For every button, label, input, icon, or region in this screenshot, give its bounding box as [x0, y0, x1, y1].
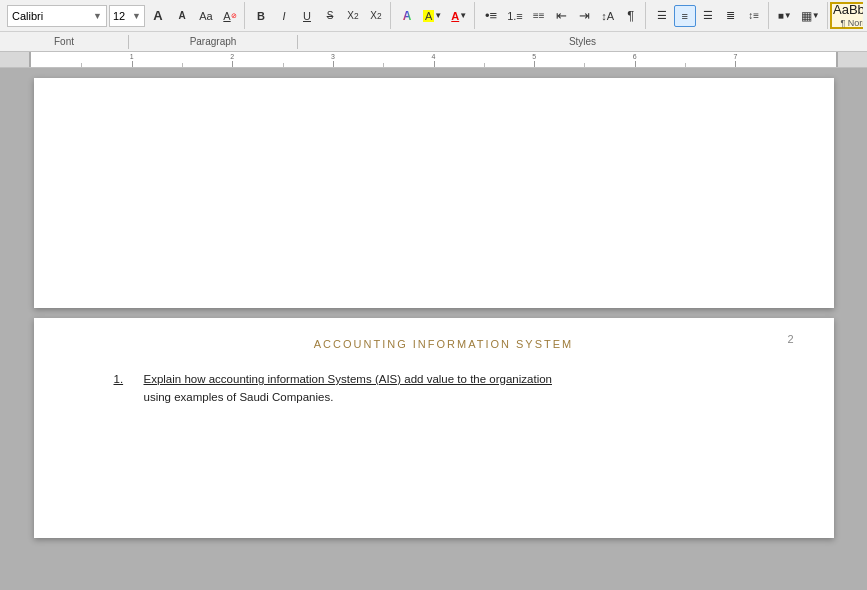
bullets-button[interactable]: •≡ [480, 5, 502, 27]
multilevel-list-button[interactable]: ≡≡ [528, 5, 550, 27]
list-item-1: 1. Explain how accounting information Sy… [114, 370, 794, 407]
page-number: 2 [787, 333, 793, 345]
show-marks-button[interactable]: ¶ [620, 5, 642, 27]
clear-format-button[interactable]: A⊘ [219, 5, 241, 27]
decrease-indent-button[interactable]: ⇤ [551, 5, 573, 27]
numbering-button[interactable]: 1.≡ [503, 5, 527, 27]
decrease-font-button[interactable]: A [171, 5, 193, 27]
ruler: 1 2 3 4 5 6 7 [0, 52, 867, 68]
text-effects-button[interactable]: A [396, 5, 418, 27]
page-1 [34, 78, 834, 308]
increase-font-button[interactable]: A [147, 5, 169, 27]
page-2: 2 ACCOUNTING INFORMATION SYSTEM 1. Expla… [34, 318, 834, 538]
section-paragraph-label: Paragraph [133, 36, 293, 47]
borders-button[interactable]: ▦▼ [797, 5, 824, 27]
strikethrough-button[interactable]: S [319, 5, 341, 27]
justify-button[interactable]: ≣ [720, 5, 742, 27]
line-spacing-button[interactable]: ↕≡ [743, 5, 765, 27]
change-case-button[interactable]: Aa [195, 5, 217, 27]
font-color-button[interactable]: A ▼ [447, 5, 471, 27]
font-name-dropdown[interactable]: Calibri ▼ [7, 5, 107, 27]
align-right-button[interactable]: ☰ [697, 5, 719, 27]
list-text-1: Explain how accounting information Syste… [144, 370, 552, 407]
style-normal[interactable]: AaBbCcI ¶ Normal [830, 2, 863, 29]
highlight-button[interactable]: A ▼ [419, 5, 446, 27]
align-center-button[interactable]: ≡ [674, 5, 696, 27]
list-number-1: 1. [114, 370, 134, 407]
font-size-dropdown[interactable]: 12 ▼ [109, 5, 145, 27]
section-styles-label: Styles [302, 36, 863, 47]
align-left-button[interactable]: ☰ [651, 5, 673, 27]
sort-button[interactable]: ↕A [597, 5, 619, 27]
shading-button[interactable]: ■▼ [774, 5, 796, 27]
style-normal-label: ¶ Normal [840, 18, 863, 28]
italic-button[interactable]: I [273, 5, 295, 27]
style-normal-preview: AaBbCcI [833, 3, 863, 16]
increase-indent-button[interactable]: ⇥ [574, 5, 596, 27]
subscript-button[interactable]: X2 [342, 5, 364, 27]
superscript-button[interactable]: X2 [365, 5, 387, 27]
underline-button[interactable]: U [296, 5, 318, 27]
bold-button[interactable]: B [250, 5, 272, 27]
document-header-title: ACCOUNTING INFORMATION SYSTEM [94, 338, 794, 350]
section-font-label: Font [4, 36, 124, 47]
